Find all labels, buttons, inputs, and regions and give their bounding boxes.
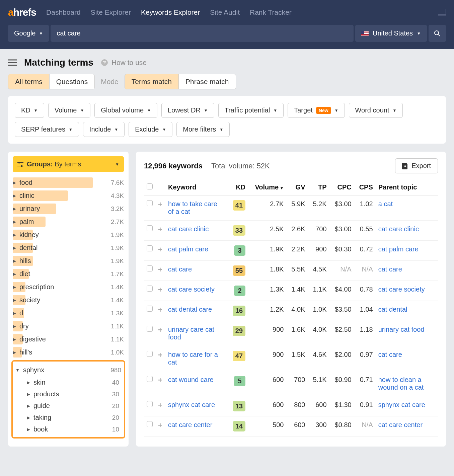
group-item-sphynx[interactable]: ▼ sphynx 980 — [13, 364, 124, 377]
group-item-d[interactable]: ▶d1.3K — [8, 307, 129, 320]
add-icon[interactable]: + — [158, 326, 162, 334]
nav-keywords-explorer[interactable]: Keywords Explorer — [141, 8, 200, 16]
keyword-link[interactable]: cat wound care — [168, 376, 214, 384]
col-tp[interactable]: TP — [308, 179, 329, 195]
tab-phrase-match[interactable]: Phrase match — [179, 74, 236, 89]
add-icon[interactable]: + — [158, 265, 162, 274]
keyword-link[interactable]: cat dental care — [168, 306, 212, 313]
col-gv[interactable]: GV — [286, 179, 308, 195]
add-icon[interactable]: + — [158, 200, 162, 209]
parent-topic-link[interactable]: cat care — [378, 265, 402, 273]
row-checkbox[interactable] — [147, 265, 153, 271]
group-item-prescription[interactable]: ▶prescription1.4K — [8, 281, 129, 294]
tab-all-terms[interactable]: All terms — [8, 74, 50, 89]
add-icon[interactable]: + — [158, 351, 162, 359]
col-kd[interactable]: KD — [228, 179, 248, 195]
keyword-link[interactable]: cat care society — [168, 286, 215, 293]
col-keyword[interactable]: Keyword — [165, 179, 228, 195]
group-item-kidney[interactable]: ▶kidney1.9K — [8, 228, 129, 241]
row-checkbox[interactable] — [147, 421, 153, 427]
nav-dashboard[interactable]: Dashboard — [46, 8, 81, 16]
filter-word-count[interactable]: Word count▼ — [349, 103, 403, 118]
row-checkbox[interactable] — [147, 245, 153, 251]
parent-topic-link[interactable]: sphynx cat care — [378, 401, 425, 409]
keyword-link[interactable]: cat palm care — [168, 245, 208, 253]
row-checkbox[interactable] — [147, 306, 153, 312]
col-cpc[interactable]: CPC — [329, 179, 354, 195]
row-checkbox[interactable] — [147, 401, 153, 407]
keyword-link[interactable]: sphynx cat care — [168, 401, 215, 409]
row-checkbox[interactable] — [147, 200, 153, 206]
row-checkbox[interactable] — [147, 286, 153, 292]
nav-site-audit[interactable]: Site Audit — [210, 8, 240, 16]
row-checkbox[interactable] — [147, 326, 153, 332]
group-item-urinary[interactable]: ▶urinary3.2K — [8, 202, 129, 215]
group-item-hill's[interactable]: ▶hill's1.0K — [8, 346, 129, 359]
search-button[interactable] — [429, 25, 446, 42]
add-icon[interactable]: + — [158, 306, 162, 314]
col-parent-topic[interactable]: Parent topic — [376, 179, 438, 195]
add-icon[interactable]: + — [158, 225, 162, 234]
filter-lowest-dr[interactable]: Lowest DR▼ — [161, 103, 214, 118]
keyword-link[interactable]: cat care center — [168, 421, 212, 429]
group-item-food[interactable]: ▶food7.6K — [8, 176, 129, 189]
groups-mode-button[interactable]: Groups: By terms ▼ — [13, 156, 124, 172]
keyword-link[interactable]: urinary care cat food — [168, 326, 218, 341]
row-checkbox[interactable] — [147, 376, 153, 382]
subgroup-item-taking[interactable]: ▶taking20 — [13, 412, 124, 423]
parent-topic-link[interactable]: a cat — [378, 200, 393, 208]
group-item-palm[interactable]: ▶palm2.7K — [8, 215, 129, 228]
group-item-dry[interactable]: ▶dry1.1K — [8, 320, 129, 333]
col-cps[interactable]: CPS — [354, 179, 376, 195]
group-item-society[interactable]: ▶society1.4K — [8, 294, 129, 307]
tab-terms-match[interactable]: Terms match — [125, 74, 179, 89]
filter-include[interactable]: Include▼ — [83, 122, 125, 137]
parent-topic-link[interactable]: cat care society — [378, 286, 425, 293]
keyword-link[interactable]: cat care — [168, 265, 192, 273]
subgroup-item-guide[interactable]: ▶guide20 — [13, 400, 124, 412]
nav-rank-tracker[interactable]: Rank Tracker — [250, 8, 292, 16]
filter-target[interactable]: TargetNew▼ — [288, 103, 345, 118]
add-icon[interactable]: + — [158, 401, 162, 409]
add-icon[interactable]: + — [158, 286, 162, 294]
col-volume[interactable]: Volume ▼ — [248, 179, 286, 195]
select-all-checkbox[interactable] — [147, 183, 153, 189]
app-switcher-icon[interactable] — [438, 9, 446, 16]
search-engine-select[interactable]: Google ▼ — [8, 25, 49, 42]
subgroup-item-book[interactable]: ▶book10 — [13, 423, 124, 435]
group-item-diet[interactable]: ▶diet1.7K — [8, 267, 129, 281]
add-icon[interactable]: + — [158, 421, 162, 429]
parent-topic-link[interactable]: cat dental — [378, 306, 407, 313]
nav-site-explorer[interactable]: Site Explorer — [91, 8, 131, 16]
tab-questions[interactable]: Questions — [50, 74, 95, 89]
group-item-hills[interactable]: ▶hills1.9K — [8, 254, 129, 267]
subgroup-item-skin[interactable]: ▶skin40 — [13, 377, 124, 388]
parent-topic-link[interactable]: cat palm care — [378, 245, 419, 253]
filter-traffic-potential[interactable]: Traffic potential▼ — [218, 103, 284, 118]
filter-serp-features[interactable]: SERP features▼ — [15, 122, 79, 137]
parent-topic-link[interactable]: cat care — [378, 351, 402, 359]
parent-topic-link[interactable]: cat care center — [378, 421, 423, 429]
filter-more-filters[interactable]: More filters▼ — [176, 122, 230, 137]
group-item-clinic[interactable]: ▶clinic4.3K — [8, 189, 129, 202]
menu-icon[interactable] — [8, 59, 17, 66]
parent-topic-link[interactable]: how to clean a wound on a cat — [378, 376, 429, 391]
parent-topic-link[interactable]: urinary cat food — [378, 326, 425, 333]
keyword-link[interactable]: how to take care of a cat — [168, 200, 218, 216]
group-item-dental[interactable]: ▶dental1.9K — [8, 241, 129, 254]
filter-kd[interactable]: KD▼ — [15, 103, 44, 118]
filter-volume[interactable]: Volume▼ — [48, 103, 91, 118]
keyword-input[interactable] — [51, 25, 354, 42]
keyword-link[interactable]: cat care clinic — [168, 225, 209, 233]
row-checkbox[interactable] — [147, 351, 153, 357]
add-icon[interactable]: + — [158, 376, 162, 384]
subgroup-item-products[interactable]: ▶products30 — [13, 388, 124, 400]
logo[interactable]: ahrefs — [8, 7, 36, 18]
filter-exclude[interactable]: Exclude▼ — [129, 122, 172, 137]
filter-global-volume[interactable]: Global volume▼ — [94, 103, 157, 118]
how-to-use-link[interactable]: ? How to use — [101, 59, 147, 67]
export-button[interactable]: Export — [395, 158, 438, 173]
add-icon[interactable]: + — [158, 245, 162, 254]
row-checkbox[interactable] — [147, 225, 153, 231]
country-select[interactable]: United States ▼ — [355, 25, 427, 42]
